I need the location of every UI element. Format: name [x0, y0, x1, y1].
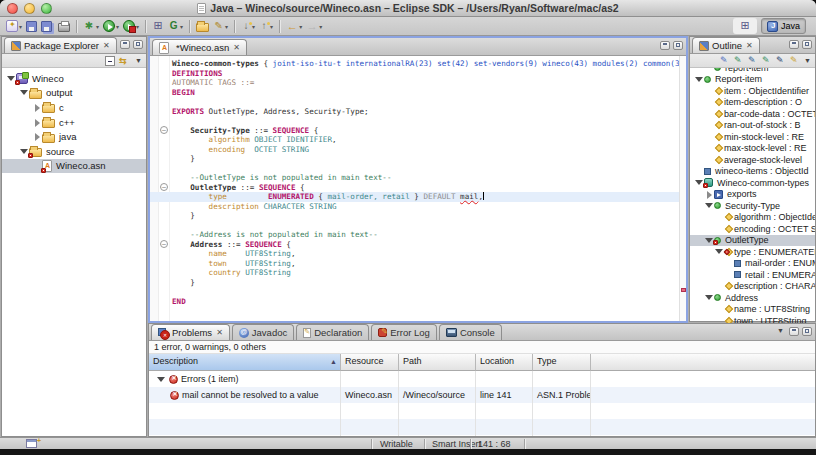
outline-tab[interactable]: Outline ✕	[692, 37, 760, 53]
pe-item-java[interactable]: java	[2, 129, 146, 144]
code-line-8[interactable]: Security-Type ::= SEQUENCE {	[172, 126, 678, 136]
editor-tab-wineco-asn[interactable]: *Wineco.asn ✕	[152, 39, 247, 55]
chevron-down-icon[interactable]: ▾	[252, 23, 255, 30]
search-button[interactable]: ▾	[211, 18, 230, 35]
fold-collapse-icon[interactable]: –	[160, 183, 168, 191]
maximize-view-button[interactable]	[802, 40, 812, 49]
column-header-description[interactable]: Description▲	[149, 354, 341, 371]
code-line-16[interactable]: description CHARACTER STRING	[172, 202, 678, 212]
outline-item-average-stock-level[interactable]: average-stock-level	[690, 154, 815, 166]
tree-expander[interactable]	[704, 190, 714, 199]
close-icon[interactable]: ✕	[233, 43, 240, 52]
pe-item-output[interactable]: output	[2, 86, 146, 101]
outline-item-max-stock-level-re[interactable]: max-stock-level : RE	[690, 143, 815, 155]
outline-item-mail-order-enum[interactable]: mail-order : ENUM	[690, 258, 815, 270]
outline-filter-icon[interactable]	[748, 55, 758, 66]
code-line-2[interactable]: DEFINITIONS	[172, 69, 678, 79]
close-icon[interactable]: ✕	[746, 41, 753, 50]
new-wizard-button[interactable]: ▾	[4, 18, 24, 35]
code-line-23[interactable]: country UTF8String	[172, 268, 678, 278]
code-line-14[interactable]: OutletType ::= SEQUENCE {	[172, 183, 678, 193]
new-project-button[interactable]	[150, 18, 166, 35]
code-line-11[interactable]: }	[172, 154, 678, 164]
folding-ruler[interactable]: –––	[160, 56, 170, 321]
chevron-down-icon[interactable]: ▾	[116, 23, 119, 30]
outline-item-item-description-o[interactable]: item-description : O	[690, 97, 815, 109]
outline-item-type-enumerated[interactable]: type : ENUMERATED	[690, 246, 815, 258]
pe-item-c[interactable]: c	[2, 100, 146, 115]
outline-item-ran-out-of-stock-b[interactable]: ran-out-of-stock : B	[690, 120, 815, 132]
tree-expander[interactable]	[156, 375, 166, 384]
view-menu-icon[interactable]: ▼	[135, 57, 142, 64]
minimize-view-button[interactable]	[120, 40, 130, 49]
chevron-down-icon[interactable]: ▾	[136, 23, 139, 30]
minimize-window-button[interactable]	[24, 3, 35, 14]
code-line-1[interactable]: Wineco-common-types { joint-iso-itu-t in…	[172, 59, 678, 69]
outline-item-item-objectidentifier[interactable]: item : ObjectIdentifier	[690, 85, 815, 97]
close-icon[interactable]: ✕	[103, 41, 110, 50]
run-button[interactable]: ▾	[101, 18, 121, 35]
chevron-down-icon[interactable]: ▾	[299, 23, 302, 30]
outline-filter-icon[interactable]	[734, 55, 744, 66]
collapse-all-icon[interactable]	[105, 56, 115, 66]
outline-item-encoding-octet-st[interactable]: encoding : OCTET ST	[690, 223, 815, 235]
outline-item-report-item[interactable]: Report-item	[690, 74, 815, 86]
outline-item-retail-enumerat[interactable]: retail : ENUMERAT	[690, 269, 815, 281]
maximize-view-button[interactable]	[802, 327, 812, 336]
outline-filter-icon[interactable]	[776, 55, 786, 66]
code-line-21[interactable]: name UTF8String,	[172, 249, 678, 259]
chevron-down-icon[interactable]: ▾	[270, 23, 273, 30]
zoom-window-button[interactable]	[41, 3, 52, 14]
maximize-view-button[interactable]	[133, 40, 143, 49]
code-line-22[interactable]: town UTF8String,	[172, 259, 678, 269]
outline-filter-icon[interactable]	[720, 55, 730, 66]
code-line-9[interactable]: algorithm OBJECT IDENTIFIER,	[172, 135, 678, 145]
tree-expander[interactable]	[704, 201, 714, 210]
fold-collapse-icon[interactable]: –	[160, 240, 168, 248]
outline-item-address[interactable]: Address	[690, 292, 815, 304]
code-line-6[interactable]: EXPORTS OutletType, Address, Security-Ty…	[172, 107, 678, 117]
profile-button[interactable]: ▾	[121, 18, 141, 35]
column-header-spacer[interactable]	[591, 354, 815, 371]
view-menu-icon[interactable]: ▼	[804, 57, 811, 64]
code-line-25[interactable]	[172, 287, 678, 297]
code-line-18[interactable]	[172, 221, 678, 231]
tree-expander[interactable]	[32, 132, 42, 141]
code-line-24[interactable]: }	[172, 278, 678, 288]
forward-button[interactable]: ▾	[304, 18, 324, 35]
outline-item-bar-code-data-octet-string[interactable]: bar-code-data : OCTET STRING	[690, 108, 815, 120]
prev-annotation-button[interactable]: ▾	[257, 18, 275, 35]
code-line-20[interactable]: Address ::= SEQUENCE {	[172, 240, 678, 250]
next-annotation-button[interactable]: ▾	[239, 18, 257, 35]
problem-row[interactable]: Errors (1 item)	[149, 371, 815, 387]
close-icon[interactable]: ✕	[216, 328, 223, 337]
fast-view-icon[interactable]	[26, 439, 37, 448]
tab-problems[interactable]: Problems✕	[151, 324, 230, 340]
column-header-resource[interactable]: Resource	[341, 354, 399, 371]
close-window-button[interactable]	[7, 3, 18, 14]
outline-item-wineco-common-types[interactable]: Wineco-common-types	[690, 177, 815, 189]
code-line-5[interactable]	[172, 97, 678, 107]
outline-item-name-utf8string[interactable]: name : UTF8String	[690, 304, 815, 316]
annotation-ruler[interactable]	[150, 56, 159, 321]
tab-console[interactable]: Console	[439, 324, 502, 340]
code-line-10[interactable]: encoding OCTET STRING	[172, 145, 678, 155]
tab-declaration[interactable]: Declaration	[296, 324, 369, 340]
outline-filter-icon[interactable]	[762, 55, 772, 66]
column-header-location[interactable]: Location	[476, 354, 533, 371]
outline-item-min-stock-level-re[interactable]: min-stock-level : RE	[690, 131, 815, 143]
chevron-down-icon[interactable]: ▾	[225, 23, 228, 30]
pe-item-source[interactable]: source	[2, 144, 146, 159]
chevron-down-icon[interactable]: ▾	[180, 23, 183, 30]
java-perspective-button[interactable]: Java	[761, 18, 806, 34]
outline-item-wineco-items-objectid[interactable]: wineco-items : ObjectId	[690, 166, 815, 178]
code-line-3[interactable]: AUTOMATIC TAGS ::=	[172, 78, 678, 88]
pe-item-wineco[interactable]: Wineco	[2, 71, 146, 86]
code-line-7[interactable]	[172, 116, 678, 126]
maximize-editor-button[interactable]	[673, 41, 683, 50]
overview-ruler[interactable]	[679, 56, 686, 321]
chevron-down-icon[interactable]: ▾	[96, 23, 99, 30]
code-line-19[interactable]: --Address is not populated in main text-…	[172, 230, 678, 240]
code-line-4[interactable]: BEGIN	[172, 88, 678, 98]
tree-expander[interactable]	[19, 88, 29, 97]
